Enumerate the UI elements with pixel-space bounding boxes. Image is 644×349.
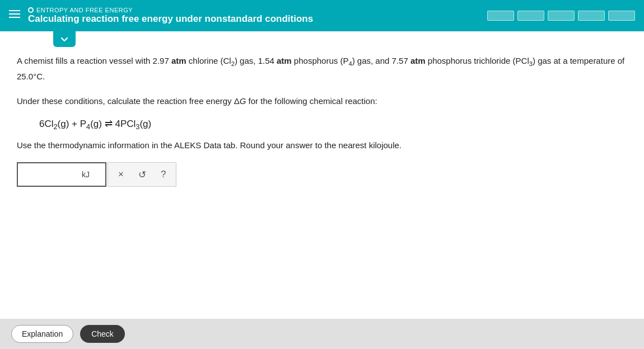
problem-intro: A chemist fills a reaction vessel with 2… xyxy=(17,54,627,84)
answer-row: kJ × ↺ ? xyxy=(17,162,627,187)
header-left: ENTROPY AND FREE ENERGY Calculating reac… xyxy=(28,7,313,25)
hamburger-menu[interactable] xyxy=(9,10,20,18)
header: ENTROPY AND FREE ENERGY Calculating reac… xyxy=(0,0,644,31)
progress-seg-5 xyxy=(608,11,635,21)
collapse-button[interactable] xyxy=(53,31,76,47)
unit-label: kJ xyxy=(82,170,90,179)
action-buttons: × ↺ ? xyxy=(108,162,176,187)
undo-button[interactable]: ↺ xyxy=(136,168,148,182)
topic-label: ENTROPY AND FREE ENERGY xyxy=(36,7,133,13)
answer-input-wrap: kJ xyxy=(17,162,106,187)
progress-seg-2 xyxy=(517,11,544,21)
explanation-button[interactable]: Explanation xyxy=(11,325,73,343)
topic-circle-icon xyxy=(28,7,34,13)
main-content: A chemist fills a reaction vessel with 2… xyxy=(0,31,644,319)
progress-bar xyxy=(487,11,635,21)
progress-seg-4 xyxy=(578,11,605,21)
instruction-text: Use the thermodynamic information in the… xyxy=(17,138,627,153)
progress-seg-1 xyxy=(487,11,514,21)
help-button[interactable]: ? xyxy=(158,168,168,181)
header-topic: ENTROPY AND FREE ENERGY xyxy=(28,7,313,13)
footer: Explanation Check xyxy=(0,319,644,349)
clear-button[interactable]: × xyxy=(116,168,126,181)
progress-seg-3 xyxy=(548,11,575,21)
header-title: Calculating reaction free energy under n… xyxy=(28,13,313,25)
check-button[interactable]: Check xyxy=(80,325,125,343)
conditions-text: Under these conditions, calculate the re… xyxy=(17,94,627,109)
chemical-equation: 6Cl2(g) + P4(g) ⇌ 4PCl3(g) xyxy=(39,118,627,131)
answer-input[interactable] xyxy=(24,170,80,180)
